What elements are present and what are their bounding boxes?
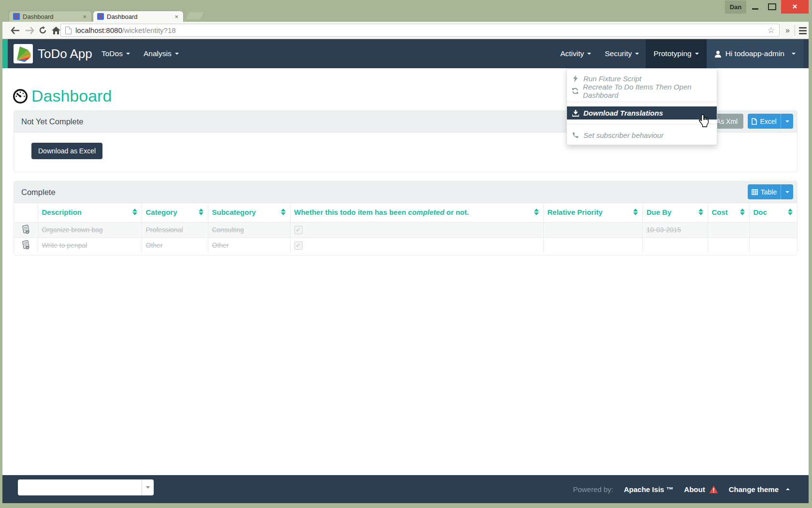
browser-tab-active[interactable]: Dashboard × xyxy=(93,11,184,22)
caret-down-icon xyxy=(146,486,150,489)
tab-close-icon[interactable]: × xyxy=(174,14,179,20)
sort-icon[interactable] xyxy=(788,209,793,215)
table-view-split-button[interactable]: Table xyxy=(748,184,793,199)
todo-item-link[interactable] xyxy=(14,222,38,238)
user-icon xyxy=(714,50,722,58)
apache-isis-link[interactable]: Apache Isis ™ xyxy=(624,485,674,493)
nav-item-todos[interactable]: ToDos xyxy=(95,39,137,68)
cell-description: Organize brown bag xyxy=(38,222,142,238)
sort-icon[interactable] xyxy=(199,209,203,215)
menu-divider xyxy=(567,124,717,124)
column-category[interactable]: Category xyxy=(142,203,208,222)
cell-subcategory: Other xyxy=(208,238,290,253)
column-description[interactable]: Description xyxy=(38,203,142,222)
menu-item-set-subscriber-behaviour[interactable]: Set subscriber behaviour xyxy=(567,129,717,141)
refresh-button[interactable] xyxy=(35,22,50,39)
cell-doc xyxy=(749,238,797,253)
refresh-icon xyxy=(39,26,47,34)
select-dropdown-toggle[interactable] xyxy=(142,479,154,495)
favicon-icon xyxy=(13,13,20,20)
nav-item-user[interactable]: Hi todoapp-admin xyxy=(707,39,803,68)
change-theme-button[interactable]: Change theme xyxy=(729,485,790,493)
new-tab-button[interactable] xyxy=(186,12,204,19)
browser-tab-inactive[interactable]: Dashboard × xyxy=(9,11,92,22)
window-minimize-button[interactable] xyxy=(747,0,763,14)
browser-window: Dashboard × Dashboard × Dan × localhost:… xyxy=(0,0,812,508)
column-doc[interactable]: Doc xyxy=(749,203,797,222)
sort-icon[interactable] xyxy=(281,209,286,215)
sort-icon[interactable] xyxy=(534,209,539,215)
back-button[interactable] xyxy=(7,22,23,39)
complete-table: Description Category Subcategory Whether… xyxy=(14,203,797,253)
cell-completed: ✓ xyxy=(290,222,543,238)
panel-title: Not Yet Complete xyxy=(21,117,83,126)
forward-arrow-icon xyxy=(25,27,34,34)
bookmark-star-icon[interactable]: ☆ xyxy=(768,25,775,35)
url-bar[interactable]: localhost:8080/wicket/entity?18 ☆ xyxy=(60,24,780,37)
caret-down-icon xyxy=(785,120,789,122)
app-navbar: ToDo App ToDos Analysis Activity Securit… xyxy=(8,39,809,68)
app-logo[interactable] xyxy=(14,44,33,63)
column-cost[interactable]: Cost xyxy=(708,203,749,222)
tab-title: Dashboard xyxy=(107,13,174,20)
browser-menu-icon[interactable] xyxy=(799,27,807,36)
table-dropdown-toggle[interactable] xyxy=(781,184,793,199)
window-close-button[interactable]: × xyxy=(781,0,809,14)
menu-item-recreate-todo-items[interactable]: Recreate To Do Items Then Open Dashboard xyxy=(567,85,717,97)
back-arrow-icon xyxy=(11,27,20,34)
toolbar-separator xyxy=(795,25,795,36)
toolbar-overflow-button[interactable]: » xyxy=(785,22,790,39)
favicon-icon xyxy=(97,13,104,20)
cell-relative-priority xyxy=(543,222,642,238)
cell-cost xyxy=(708,222,749,238)
nav-item-security[interactable]: Security xyxy=(598,39,646,68)
excel-split-button[interactable]: Excel xyxy=(748,114,793,129)
panel-complete: Complete Table Description Category Subc… xyxy=(14,181,798,255)
page-viewport: ToDo App ToDos Analysis Activity Securit… xyxy=(2,39,809,503)
menu-item-download-translations[interactable]: Download Translations xyxy=(567,106,717,120)
file-icon xyxy=(752,118,757,125)
table-row: Write to penpal Other Other ✓ xyxy=(14,238,797,253)
app-brand[interactable]: ToDo App xyxy=(38,39,92,68)
table-icon xyxy=(752,189,758,195)
sort-icon[interactable] xyxy=(698,209,703,215)
sort-icon[interactable] xyxy=(132,209,137,215)
checkbox-checked-icon: ✓ xyxy=(294,226,303,234)
page-title: Dashboard xyxy=(31,87,112,105)
column-subcategory[interactable]: Subcategory xyxy=(208,203,290,222)
nav-item-prototyping[interactable]: Prototyping xyxy=(646,39,706,68)
column-completed[interactable]: Whether this todo item has been complete… xyxy=(290,203,543,222)
nav-item-activity[interactable]: Activity xyxy=(553,39,598,68)
window-maximize-button[interactable] xyxy=(764,0,780,14)
column-due-by[interactable]: Due By xyxy=(642,203,708,222)
caret-down-icon xyxy=(587,53,591,55)
cell-completed: ✓ xyxy=(290,238,543,253)
cell-cost xyxy=(708,238,749,253)
column-relative-priority[interactable]: Relative Priority xyxy=(543,203,642,222)
footer-select[interactable] xyxy=(18,479,154,495)
browser-profile-button[interactable]: Dan xyxy=(725,0,746,14)
caret-down-icon xyxy=(792,53,796,55)
caret-down-icon xyxy=(635,53,639,55)
todo-item-icon xyxy=(21,240,30,250)
cell-category: Professional xyxy=(142,222,208,238)
nav-item-analysis[interactable]: Analysis xyxy=(137,39,186,68)
cell-due-by xyxy=(642,238,708,253)
navbar-accent-stripe xyxy=(2,39,8,68)
sort-icon[interactable] xyxy=(633,209,638,215)
about-link[interactable]: About xyxy=(684,485,718,493)
todo-item-link[interactable] xyxy=(14,238,38,253)
caret-up-icon xyxy=(786,488,790,490)
panel-title: Complete xyxy=(21,188,56,197)
caret-down-icon xyxy=(695,53,699,55)
cell-doc xyxy=(749,222,797,238)
cell-description: Write to penpal xyxy=(38,238,142,253)
excel-dropdown-toggle[interactable] xyxy=(781,114,793,129)
caret-down-icon xyxy=(126,53,130,55)
tab-close-icon[interactable]: × xyxy=(82,14,87,20)
download-as-excel-button[interactable]: Download as Excel xyxy=(31,143,102,159)
cell-relative-priority xyxy=(543,238,642,253)
url-path: /wicket/entity?18 xyxy=(122,26,176,34)
phone-icon xyxy=(572,132,579,138)
sort-icon[interactable] xyxy=(740,209,745,215)
